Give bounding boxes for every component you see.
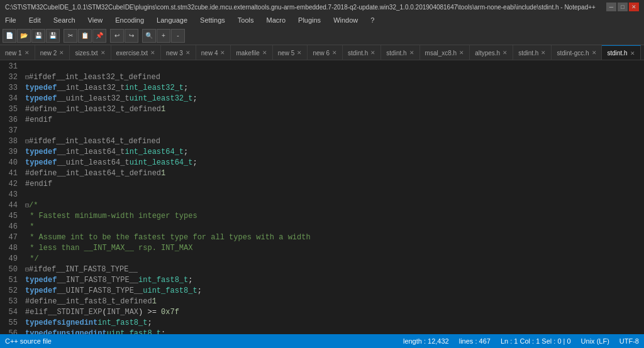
tab-close-icon[interactable]: ✕ [262,50,267,56]
save-button[interactable]: 💾 [31,29,45,43]
tab-close-icon[interactable]: ✕ [502,50,508,56]
line-number: 37 [3,126,18,136]
code-line: typedef __UINT_FAST8_TYPE__ uint_fast8_t… [25,286,641,296]
tab-15[interactable]: stdint.h✕ [602,45,640,60]
menu-item-view[interactable]: View [86,16,106,24]
menu-item-?[interactable]: ? [368,16,377,24]
code-line: ⊟/* [25,200,641,211]
encoding: UTF-8 [619,337,639,345]
code-line: #define __int_fast8_t_defined 1 [25,296,641,307]
line-number: 42 [3,179,18,190]
menu-item-window[interactable]: Window [331,16,360,24]
copy-button[interactable]: 📋 [78,29,92,43]
line-number: 56 [3,329,18,334]
tab-close-icon[interactable]: ✕ [150,50,155,56]
line-number: 55 [3,318,18,329]
code-line: typedef signed int int_fast8_t; [25,318,641,329]
tab-close-icon[interactable]: ✕ [409,50,414,56]
tab-close-icon[interactable]: ✕ [459,50,464,56]
tab-close-icon[interactable]: ✕ [332,50,337,56]
tab-close-icon[interactable]: ✕ [370,50,375,56]
title-text: C:\ST\STM32CubeIDE_1.0.1\STM32CubeIDE\pl… [5,4,596,11]
open-button[interactable]: 📂 [17,29,31,43]
tab-close-icon[interactable]: ✕ [59,50,64,56]
menu-item-tools[interactable]: Tools [235,16,257,24]
save-all-button[interactable]: 💾 [46,29,60,43]
tab-close-icon[interactable]: ✕ [25,50,30,56]
new-button[interactable]: 📄 [3,29,16,43]
close-button[interactable]: ✕ [629,3,639,11]
tab-10[interactable]: stdint.h✕ [381,45,419,60]
tab-7[interactable]: new 5✕ [273,45,308,60]
code-area[interactable]: ⊟#ifdef __int_least32_t_defined typedef … [23,60,644,334]
undo-button[interactable]: ↩ [110,29,124,43]
tab-close-icon[interactable]: ✕ [592,50,597,56]
code-line: typedef __uint_least64_t uint_least64_t; [25,158,641,168]
tab-close-icon[interactable]: ✕ [101,50,106,56]
line-number: 49 [3,254,18,264]
tab-close-icon[interactable]: ✕ [297,50,302,56]
line-number: 38 [3,136,18,147]
code-line: * less than __INT_MAX__ rsp. INT_MAX [25,243,641,254]
tab-9[interactable]: stdint.h✕ [343,45,381,60]
code-line: #endif [25,115,641,126]
menu-item-settings[interactable]: Settings [197,16,228,24]
tab-12[interactable]: altypes.h✕ [470,45,513,60]
window-controls[interactable]: ─ □ ✕ [606,3,639,11]
zoom-in-button[interactable]: + [157,29,170,43]
tab-close-icon[interactable]: ✕ [220,50,225,56]
menu-item-file[interactable]: File [3,16,19,24]
tab-4[interactable]: new 3✕ [161,45,196,60]
redo-button[interactable]: ↪ [125,29,138,43]
menu-item-macro[interactable]: Macro [264,16,288,24]
line-number: 54 [3,307,18,318]
lines-info: lines : 467 [459,337,491,345]
tab-13[interactable]: stdint.h✕ [513,45,552,60]
code-line: #endif [25,179,641,190]
line-ending: Unix (LF) [581,337,609,345]
tab-close-icon[interactable]: ✕ [630,50,635,57]
line-numbers: 3132333435363738394041424344454647484950… [0,60,23,334]
maximize-button[interactable]: □ [618,3,628,11]
code-line [25,62,641,72]
tab-14[interactable]: stdint-gcc.h✕ [552,45,602,60]
tab-5[interactable]: new 4✕ [196,45,231,60]
length-info: length : 12,432 [403,337,449,345]
code-line: ⊟#ifdef __INT_FAST8_TYPE__ [25,264,641,275]
position-info: Ln : 1 Col : 1 Sel : 0 | 0 [501,337,571,345]
code-line: ⊟#ifdef __int_least32_t_defined [25,72,641,83]
line-number: 40 [3,158,18,168]
line-number: 50 [3,264,18,275]
tab-3[interactable]: exercise.txt✕ [111,45,162,60]
tab-close-icon[interactable]: ✕ [186,50,191,56]
minimize-button[interactable]: ─ [606,3,616,11]
tab-6[interactable]: makefile✕ [231,45,272,60]
zoom-out-button[interactable]: - [171,29,185,43]
paste-button[interactable]: 📌 [92,29,106,43]
code-line: typedef __int_least64_t int_least64_t; [25,147,641,158]
tab-8[interactable]: new 6✕ [308,45,343,60]
tab-0[interactable]: new 1✕ [0,45,35,60]
line-number: 32 [3,72,18,83]
menu-item-encoding[interactable]: Encoding [113,16,147,24]
line-number: 44 [3,200,18,211]
tab-bar: new 1✕new 2✕sizes.txt✕exercise.txt✕new 3… [0,45,644,60]
tab-2[interactable]: sizes.txt✕ [70,45,111,60]
menu-item-edit[interactable]: Edit [26,16,43,24]
find-button[interactable]: 🔍 [142,29,156,43]
code-line [25,126,641,136]
code-line: #define __int_least64_t_defined 1 [25,168,641,179]
status-left: C++ source file [5,337,52,345]
menu-item-search[interactable]: Search [51,16,78,24]
tab-11[interactable]: msal_xc8.h✕ [420,45,470,60]
menu-item-plugins[interactable]: Plugins [296,16,323,24]
line-number: 52 [3,286,18,296]
code-line: typedef __int_least32_t int_least32_t; [25,83,641,94]
menu-item-language[interactable]: Language [154,16,190,24]
code-line: typedef __INT_FAST8_TYPE__ int_fast8_t; [25,275,641,286]
tab-1[interactable]: new 2✕ [35,45,70,60]
code-line: * Assume int to be the fastest type for … [25,232,641,243]
tab-close-icon[interactable]: ✕ [541,50,546,56]
cut-button[interactable]: ✂ [64,29,77,43]
status-bar: C++ source file length : 12,432 lines : … [0,334,644,348]
